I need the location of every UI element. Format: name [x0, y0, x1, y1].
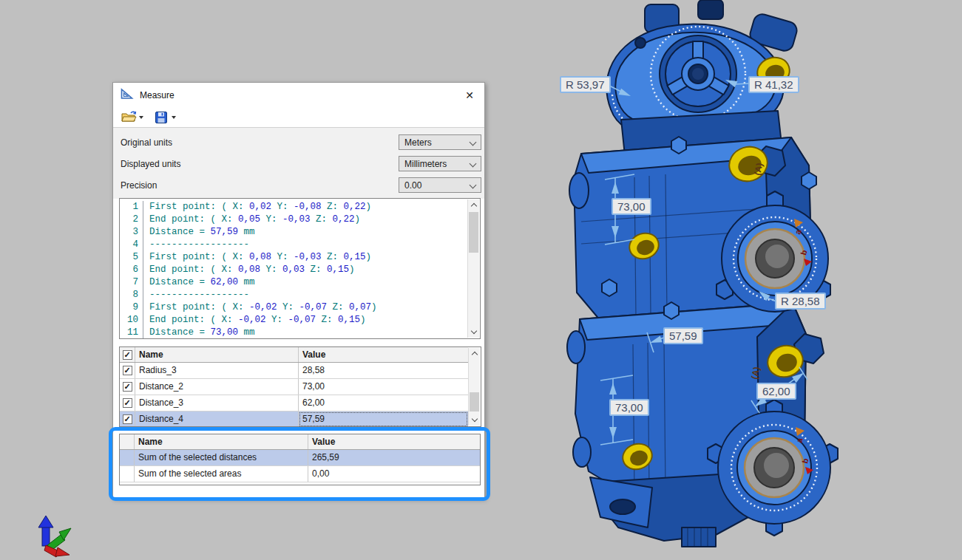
summary-row[interactable]: Sum of the selected areas0,00 — [120, 466, 480, 482]
save-button[interactable] — [152, 109, 170, 126]
chevron-down-icon — [470, 160, 477, 168]
log-line: 1First point: ( X: 0,02 Y: -0,08 Z: 0,22… — [120, 201, 480, 214]
measurement-value: 62,00 — [299, 395, 468, 411]
dimension-label-distance-3[interactable]: 62,00 — [756, 383, 796, 400]
chevron-down-icon — [470, 182, 477, 189]
units-form: Original units Meters Displayed units Mi… — [113, 128, 484, 199]
results-scrollbar[interactable] — [468, 348, 480, 426]
open-folder-icon — [121, 111, 137, 123]
name-column-header[interactable]: Name — [135, 347, 299, 362]
results-table-header: ✓ Name Value — [120, 347, 468, 363]
scrollbar-thumb[interactable] — [469, 212, 478, 253]
log-line: 4------------------ — [120, 239, 480, 251]
precision-value: 0.00 — [404, 180, 421, 191]
measurement-name: Distance_3 — [135, 395, 299, 411]
summary-row[interactable]: Sum of the selected distances265,59 — [120, 450, 480, 466]
row-checkbox[interactable]: ✓ — [120, 363, 135, 378]
log-scrollbar[interactable] — [467, 199, 479, 338]
dimension-label-radius-1[interactable]: R 53,97 — [560, 76, 611, 93]
close-icon[interactable]: ✕ — [462, 89, 477, 101]
summary-name: Sum of the selected areas — [135, 466, 308, 482]
select-all-checkbox[interactable]: ✓ — [120, 347, 135, 362]
dimension-label-distance-2a[interactable]: 73,00 — [612, 198, 651, 215]
xyz-triad-icon[interactable] — [38, 516, 71, 557]
name-column-header: Name — [135, 434, 308, 449]
log-line: 6End point: ( X: 0,08 Y: 0,03 Z: 0,15) — [120, 264, 480, 276]
summary-row-spacer — [120, 450, 135, 465]
chevron-down-icon — [470, 139, 477, 146]
summary-table: Name Value Sum of the selected distances… — [119, 434, 481, 485]
dialog-titlebar[interactable]: Measure ✕ — [113, 83, 484, 107]
log-line: 7Distance = 62,00 mm — [120, 276, 480, 289]
dialog-toolbar — [113, 107, 484, 128]
log-line: 11Distance = 73,00 mm — [120, 327, 480, 339]
precision-label: Precision — [121, 180, 157, 191]
log-line: 3Distance = 57,59 mm — [120, 226, 480, 239]
original-units-label: Original units — [121, 137, 172, 148]
measure-dialog: Measure ✕ Original units M — [112, 82, 485, 499]
value-column-header[interactable]: Value — [299, 347, 468, 362]
row-checkbox[interactable]: ✓ — [120, 395, 135, 411]
measure-icon — [121, 88, 134, 102]
scroll-up-button[interactable] — [468, 199, 479, 211]
log-line: 10End point: ( X: -0,02 Y: -0,07 Z: 0,15… — [120, 314, 480, 327]
dimension-label-distance-4[interactable]: 57,59 — [663, 327, 703, 344]
scroll-down-button[interactable] — [469, 414, 480, 426]
value-column-header: Value — [308, 434, 480, 449]
scroll-up-button[interactable] — [469, 348, 480, 359]
dimension-label-radius-3[interactable]: R 28,58 — [775, 293, 826, 310]
summary-value: 0,00 — [308, 466, 480, 482]
row-checkbox[interactable]: ✓ — [120, 412, 135, 427]
measurement-row[interactable]: ✓Radius_328,58 — [120, 363, 468, 379]
original-units-dropdown[interactable]: Meters — [399, 134, 481, 150]
measurement-name: Radius_3 — [135, 363, 299, 378]
open-caret-icon[interactable] — [139, 116, 143, 119]
measurement-row[interactable]: ✓Distance_273,00 — [120, 379, 468, 395]
open-button[interactable] — [120, 109, 138, 126]
measurement-name: Distance_2 — [135, 379, 299, 395]
precision-dropdown[interactable]: 0.00 — [399, 177, 481, 193]
summary-header-spacer — [120, 434, 135, 449]
log-line: 2End point: ( X: 0,05 Y: -0,03 Z: 0,22) — [120, 214, 480, 226]
measurement-log[interactable]: 1First point: ( X: 0,02 Y: -0,08 Z: 0,22… — [119, 198, 481, 339]
log-line: 5First point: ( X: 0,08 Y: -0,03 Z: 0,15… — [120, 251, 480, 264]
displayed-units-value: Millimeters — [404, 159, 447, 169]
original-units-value: Meters — [404, 137, 432, 148]
log-lines: 1First point: ( X: 0,02 Y: -0,08 Z: 0,22… — [120, 201, 480, 339]
summary-row-spacer — [120, 466, 135, 482]
log-line: 8------------------ — [120, 289, 480, 301]
dialog-title: Measure — [140, 90, 175, 100]
measurement-row[interactable]: ✓Distance_362,00 — [120, 395, 468, 412]
dimension-label-radius-2[interactable]: R 41,32 — [748, 76, 799, 93]
save-floppy-icon — [155, 112, 167, 123]
dimension-label-distance-2b[interactable]: 73,00 — [609, 399, 649, 416]
summary-table-header: Name Value — [120, 434, 480, 450]
results-table: ✓ Name Value ✓Radius_328,58✓Distance_273… — [119, 346, 481, 427]
row-checkbox[interactable]: ✓ — [120, 379, 135, 395]
measurement-value: 28,58 — [299, 363, 468, 378]
summary-value: 265,59 — [308, 450, 480, 465]
measurement-row[interactable]: ✓Distance_457,59 — [120, 412, 468, 427]
log-line: 9First point: ( X: -0,02 Y: -0,07 Z: 0,0… — [120, 301, 480, 314]
measurement-name: Distance_4 — [135, 412, 299, 427]
scroll-down-button[interactable] — [468, 327, 479, 338]
summary-name: Sum of the selected distances — [135, 450, 308, 465]
displayed-units-label: Displayed units — [121, 159, 180, 169]
displayed-units-dropdown[interactable]: Millimeters — [399, 156, 481, 171]
measurement-value: 57,59 — [299, 412, 468, 427]
measurement-value: 73,00 — [299, 379, 468, 395]
save-caret-icon[interactable] — [172, 116, 176, 119]
scrollbar-thumb[interactable] — [470, 392, 479, 412]
